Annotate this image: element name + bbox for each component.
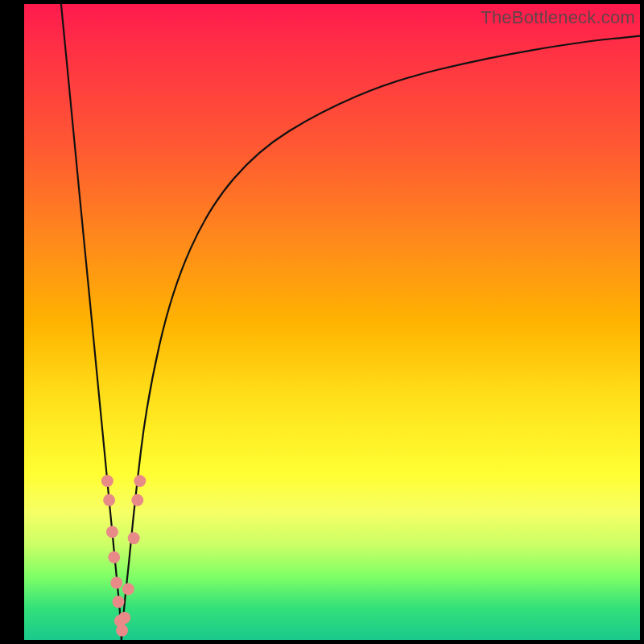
curve-right-branch xyxy=(122,36,640,641)
data-point-p12 xyxy=(131,494,143,506)
data-point-p5 xyxy=(110,576,122,588)
data-point-p6 xyxy=(113,596,125,608)
chart-frame: TheBottleneck.com xyxy=(0,0,644,644)
data-point-p8 xyxy=(116,625,128,637)
data-point-p9 xyxy=(118,612,130,624)
data-point-p13 xyxy=(134,475,146,487)
curve-left-branch xyxy=(61,4,122,640)
data-point-p1 xyxy=(101,475,114,487)
data-point-p11 xyxy=(128,532,140,544)
data-point-p2 xyxy=(103,494,115,506)
data-points xyxy=(101,475,147,637)
data-point-p3 xyxy=(106,526,118,538)
data-point-p4 xyxy=(108,551,120,564)
data-point-p10 xyxy=(122,583,134,595)
plot-area: TheBottleneck.com xyxy=(24,4,640,640)
chart-svg xyxy=(24,4,640,640)
